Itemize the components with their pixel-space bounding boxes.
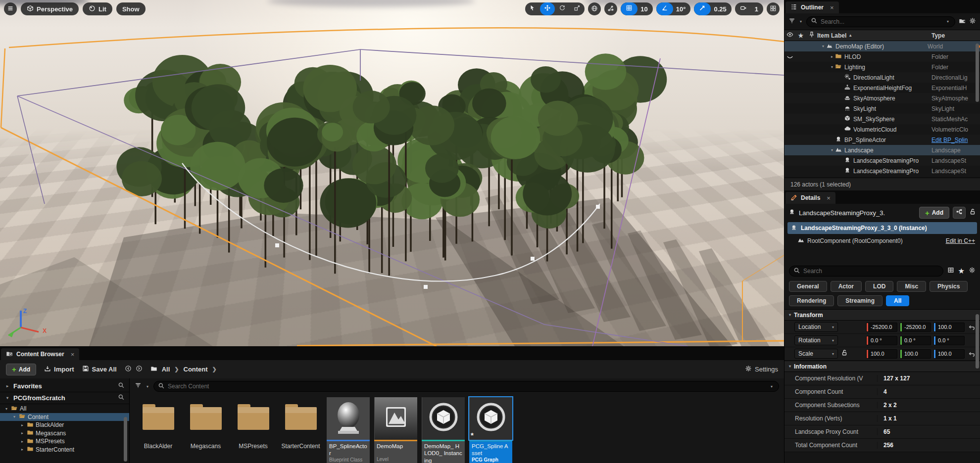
favorites-star-icon[interactable]: ★ <box>958 267 965 276</box>
information-section-header[interactable]: ▾ Information <box>784 361 980 372</box>
root-component-row[interactable]: RootComponent (RootComponent0) Edit in C… <box>784 235 980 246</box>
outliner-row[interactable]: ▸HLODFolder <box>784 51 980 62</box>
filter-chip-rendering[interactable]: Rendering <box>789 295 834 306</box>
rotation-dropdown[interactable]: Rotation▾ <box>794 335 838 345</box>
outliner-row[interactable]: VolumetricCloudVolumetricClo <box>784 124 980 135</box>
transform-section-header[interactable]: ▾ Transform <box>784 309 980 321</box>
folder-tree-item-content[interactable]: ▾Content <box>0 413 129 421</box>
new-folder-icon[interactable] <box>959 17 966 26</box>
asset-tile-startercontent[interactable]: StarterContent <box>279 397 322 463</box>
tab-content-browser[interactable]: Content Browser × <box>1 348 79 360</box>
breadcrumb-content[interactable]: Content <box>184 366 208 373</box>
history-back-button[interactable] <box>125 365 132 373</box>
close-icon[interactable]: × <box>827 194 831 202</box>
import-button[interactable]: Import <box>44 365 74 373</box>
outliner-row[interactable]: ▾LandscapeLandscape <box>784 145 980 155</box>
rotation-snap-control[interactable]: 10° <box>656 2 691 15</box>
outliner-row[interactable]: ▾DemoMap (Editor)World <box>784 41 980 51</box>
filter-icon[interactable] <box>788 17 795 26</box>
move-tool-button[interactable] <box>540 2 555 15</box>
filter-chip-actor[interactable]: Actor <box>831 281 862 292</box>
save-all-button[interactable]: Save All <box>82 365 117 373</box>
reset-to-default-icon[interactable] <box>967 324 976 330</box>
expander-icon[interactable]: ▸ <box>20 431 25 435</box>
folder-tree-item-megascans[interactable]: ▸Megascans <box>0 429 129 438</box>
x-value-field[interactable]: 100.0 <box>866 349 897 359</box>
outliner-row[interactable]: SkyAtmosphereSkyAtmosphe <box>784 93 980 103</box>
display-options-icon[interactable] <box>947 267 954 276</box>
surface-snapping-button[interactable] <box>604 2 617 15</box>
x-value-field[interactable]: 0.0 ° <box>866 336 897 345</box>
expander-open-icon[interactable]: ▾ <box>4 407 9 411</box>
type-column-header[interactable]: Type <box>930 32 980 39</box>
scale-dropdown[interactable]: Scale▾ <box>794 349 838 359</box>
expander-open-icon[interactable]: ▾ <box>829 65 835 69</box>
outliner-row[interactable]: LandscapeStreamingProLandscapeSt <box>784 166 980 176</box>
filter-chip-misc[interactable]: Misc <box>897 281 926 292</box>
world-local-coordinate-button[interactable] <box>588 2 601 15</box>
asset-tile-demomap[interactable]: DemoMapLevel <box>374 397 417 463</box>
instance-row[interactable]: LandscapeStreamingProxy_3_3_0 (Instance) <box>787 222 977 234</box>
outliner-row[interactable]: ▾LightingFolder <box>784 62 980 72</box>
expander-icon[interactable]: ▸ <box>20 423 25 427</box>
folder-tree-item-startercontent[interactable]: ▸StarterContent <box>0 446 129 454</box>
gear-icon[interactable] <box>969 17 976 26</box>
outliner-row[interactable]: DirectionalLightDirectionalLig <box>784 72 980 83</box>
eye-column-icon[interactable] <box>786 31 793 40</box>
content-browser-settings-button[interactable]: Settings <box>745 365 778 373</box>
close-icon[interactable]: × <box>830 4 834 11</box>
details-scrollbar[interactable] <box>976 314 979 369</box>
asset-tile-demomap-hlod0-instancing[interactable]: DemoMap_ HLOD0_ InstancingHLOD Layer <box>422 397 465 463</box>
rotate-tool-button[interactable] <box>555 2 570 15</box>
folder-tree-item-blackalder[interactable]: ▸BlackAlder <box>0 421 129 429</box>
filter-chip-streaming[interactable]: Streaming <box>837 295 882 306</box>
view-mode-dropdown[interactable]: Lit <box>83 2 112 15</box>
asset-tile-bp-splineactor[interactable]: BP_SplineActorBlueprint Class <box>327 397 370 463</box>
asset-tile-mspresets[interactable]: MSPresets <box>232 397 275 463</box>
history-forward-button[interactable] <box>136 365 143 373</box>
expander-open-icon[interactable]: ▾ <box>820 44 826 48</box>
camera-speed-control[interactable]: 1 <box>735 2 763 15</box>
viewport-options-menu-button[interactable] <box>4 2 17 15</box>
outliner-scrollbar[interactable] <box>976 44 979 102</box>
outliner-row[interactable]: SkyLightSkyLight <box>784 103 980 114</box>
x-value-field[interactable]: -25200.0 <box>866 323 897 332</box>
sources-scrollbar[interactable] <box>124 417 127 462</box>
outliner-row[interactable]: ExponentialHeightFogExponentialH <box>784 83 980 93</box>
filter-chip-all[interactable]: All <box>886 295 909 306</box>
tab-details[interactable]: Details × <box>785 192 835 204</box>
search-icon[interactable] <box>118 382 125 390</box>
blueprint-edit-button[interactable] <box>953 207 966 219</box>
lock-open-icon[interactable] <box>969 208 976 217</box>
item-label-column-header[interactable]: Item Label ▲ <box>817 32 930 39</box>
asset-tile-blackalder[interactable]: BlackAlder <box>137 397 180 463</box>
viewport-3d[interactable]: Z X Perspective Lit Show <box>0 0 784 346</box>
filter-chip-physics[interactable]: Physics <box>930 281 968 292</box>
z-value-field[interactable]: 100.0 <box>933 349 965 359</box>
outliner-row[interactable]: LandscapeStreamingProLandscapeSt <box>784 155 980 166</box>
grid-snap-control[interactable]: 10 <box>621 2 652 15</box>
maximize-viewport-button[interactable] <box>767 2 780 15</box>
outliner-row[interactable]: BP_SplineActorEdit BP_Splin <box>784 135 980 145</box>
outliner-row[interactable]: SM_SkySphereStaticMeshAc <box>784 114 980 124</box>
asset-tile-pcg-spline-asset[interactable]: *PCG_Spline AssetPCG Graph <box>469 397 512 463</box>
expander-open-icon[interactable]: ▾ <box>829 148 835 152</box>
search-content-input[interactable]: Search Content ▾ <box>153 381 779 392</box>
details-search-input[interactable]: Search <box>789 266 943 277</box>
show-flags-dropdown[interactable]: Show <box>116 2 146 15</box>
filter-chip-general[interactable]: General <box>789 281 827 292</box>
y-value-field[interactable]: -25200.0 <box>900 323 931 332</box>
collection-header[interactable]: ▾ PCGfromScratch <box>0 392 129 404</box>
expander-icon[interactable]: ▸ <box>20 439 25 444</box>
expander-icon[interactable]: ▸ <box>20 447 25 452</box>
outliner-search-input[interactable]: Search... ▾ <box>806 16 955 27</box>
filter-icon[interactable] <box>135 382 142 391</box>
breadcrumb-all[interactable]: All <box>162 366 170 373</box>
tab-outliner[interactable]: Outliner × <box>785 1 839 13</box>
pin-column-icon[interactable] <box>808 31 815 40</box>
add-component-button[interactable]: + Add <box>919 207 949 219</box>
reset-to-default-icon[interactable] <box>967 350 976 357</box>
scale-tool-button[interactable] <box>570 2 585 15</box>
eye-closed-icon[interactable] <box>784 53 795 60</box>
asset-tile-megascans[interactable]: Megascans <box>184 397 227 463</box>
